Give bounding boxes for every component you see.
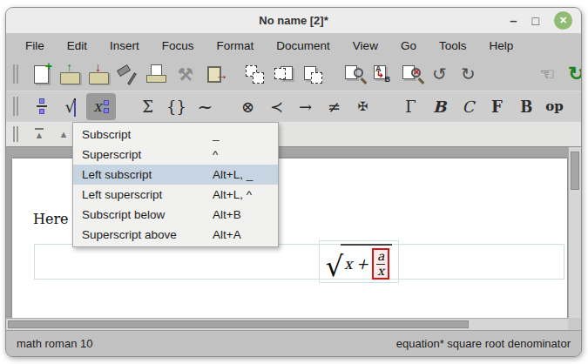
menu-view[interactable]: View [341, 39, 389, 52]
spell-check-button[interactable]: ✕ [398, 62, 423, 87]
menu-help[interactable]: Help [477, 39, 524, 52]
fraktur-f-icon: F [491, 98, 503, 116]
replace-button[interactable]: A ↳ B [369, 62, 395, 87]
scroll-top-button[interactable]: ▲ [29, 124, 50, 145]
minimize-icon[interactable]: – [510, 17, 517, 25]
fraction-cursor-box: ax [372, 248, 389, 280]
otimes-icon: ⊗ [241, 98, 254, 116]
vertical-scrollbar[interactable] [568, 147, 581, 318]
menu-focus[interactable]: Focus [151, 39, 206, 52]
down-arrow-badge-icon: ↓ [95, 61, 101, 73]
toolbar-grip[interactable] [13, 64, 15, 84]
spell-handle-icon [418, 78, 425, 84]
menu-item-label: Left subscript [82, 168, 213, 181]
square-root-focus-box: √x+ax [319, 240, 399, 283]
operator-button[interactable]: op [542, 94, 567, 119]
maximize-icon[interactable]: □ [532, 15, 539, 27]
spell-x-icon: ✕ [413, 68, 420, 77]
menu-document[interactable]: Document [265, 39, 341, 52]
accent-button[interactable]: ~ [193, 94, 218, 119]
menu-edit[interactable]: Edit [56, 39, 98, 52]
scripts-dropdown-menu: Subscript _ Superscript ^ Left subscript… [72, 122, 279, 247]
calligraphic-button[interactable]: C [456, 94, 481, 119]
horizontal-scrollbar[interactable] [6, 318, 568, 330]
square-root-button[interactable]: √ [57, 94, 83, 119]
precedes-button[interactable]: ≺ [264, 94, 289, 119]
blackboard-b-icon: B [520, 98, 531, 116]
scrollbar-corner [568, 318, 581, 330]
braces-icon: {} [166, 98, 186, 116]
bold-b-icon: B [433, 98, 446, 116]
menu-format[interactable]: Format [206, 39, 266, 52]
menu-item-left-subscript[interactable]: Left subscript Alt+L, _ [73, 165, 278, 185]
bold-button[interactable]: B [427, 94, 452, 119]
undo-icon: ↺ [432, 64, 447, 84]
cut-button[interactable] [271, 62, 296, 87]
fraction-numerator: a [376, 250, 385, 264]
menu-item-subscript[interactable]: Subscript _ [73, 125, 278, 145]
menu-item-left-superscript[interactable]: Left superscript Alt+L, ^ [73, 185, 278, 205]
big-operator-button[interactable]: Σ [135, 94, 160, 119]
menu-item-superscript[interactable]: Superscript ^ [73, 145, 278, 165]
arrow-button[interactable]: → [293, 94, 318, 119]
paste-button[interactable] [300, 62, 325, 87]
menu-tools[interactable]: Tools [428, 39, 478, 52]
back-hand-icon: ☜ [540, 64, 556, 84]
replace-b-label: B [385, 75, 391, 84]
cut-icon [274, 68, 286, 79]
scripts-boxes-icon [104, 100, 109, 113]
blackboard-button[interactable]: B [513, 94, 538, 119]
misc-symbol-button[interactable]: ✠ [350, 94, 375, 119]
save-document-button[interactable]: ↓ [86, 62, 112, 87]
reload-button[interactable]: ↻ [564, 62, 582, 87]
greek-button[interactable]: Γ [398, 94, 423, 119]
scripts-icon: x [93, 98, 102, 115]
print-button[interactable] [144, 62, 169, 87]
neq-icon: ≠ [328, 98, 341, 116]
plus-badge-icon: + [45, 60, 52, 72]
copy-button[interactable] [242, 62, 267, 87]
redo-icon: ↻ [461, 64, 476, 84]
toolbar-grip[interactable] [13, 126, 15, 142]
statusbar: math roman 10 equation* square root deno… [6, 330, 581, 356]
build-hammer-button[interactable] [115, 62, 140, 87]
brackets-button[interactable]: {} [164, 94, 189, 119]
find-button[interactable] [341, 62, 366, 87]
open-document-button[interactable]: ↑ [57, 62, 83, 87]
fraction-denominator: x [377, 265, 384, 278]
menu-item-label: Left superscript [82, 188, 213, 201]
menu-item-shortcut: Alt+L, ^ [213, 188, 252, 201]
circled-times-button[interactable]: ⊗ [235, 94, 260, 119]
system-tools-button[interactable]: ⚒ [172, 62, 198, 87]
not-equal-button[interactable]: ≠ [321, 94, 347, 119]
fraktur-button[interactable]: F [484, 94, 510, 119]
new-document-button[interactable]: + [29, 62, 54, 87]
texmacs-window: No name [2]* – □ ✕ File Edit Insert Focu… [5, 7, 582, 357]
titlebar[interactable]: No name [2]* – □ ✕ [6, 8, 581, 34]
menu-item-shortcut: Alt+B [213, 208, 241, 221]
menu-file[interactable]: File [14, 39, 56, 52]
close-icon[interactable]: ✕ [554, 11, 572, 30]
fraction-icon [37, 98, 47, 114]
scripts-button[interactable]: x [86, 93, 116, 120]
radicand-x: x [344, 255, 353, 273]
window-controls: – □ ✕ [510, 11, 581, 30]
back-button[interactable]: ☜ [535, 62, 560, 87]
scroll-up-button[interactable]: ▲ [53, 124, 74, 145]
horizontal-scrollbar-thumb[interactable] [8, 320, 469, 328]
open-folder-icon [60, 72, 80, 84]
menu-item-superscript-above[interactable]: Superscript above Alt+A [73, 225, 278, 245]
fraction-button[interactable] [29, 94, 54, 119]
hammer-handle-icon [127, 72, 136, 84]
vertical-scrollbar-thumb[interactable] [571, 152, 579, 190]
undo-button[interactable]: ↺ [427, 62, 452, 87]
menu-insert[interactable]: Insert [98, 39, 151, 52]
menu-go[interactable]: Go [389, 39, 428, 52]
redo-button[interactable]: ↻ [456, 62, 481, 87]
export-button[interactable]: → [201, 62, 226, 87]
menu-item-shortcut: ^ [213, 148, 218, 161]
status-right-focus-path: equation* square root denominator [396, 337, 571, 350]
menu-item-subscript-below[interactable]: Subscript below Alt+B [73, 205, 278, 225]
replace-arrow-icon: ↳ [376, 69, 384, 80]
toolbar-grip[interactable] [13, 97, 15, 116]
